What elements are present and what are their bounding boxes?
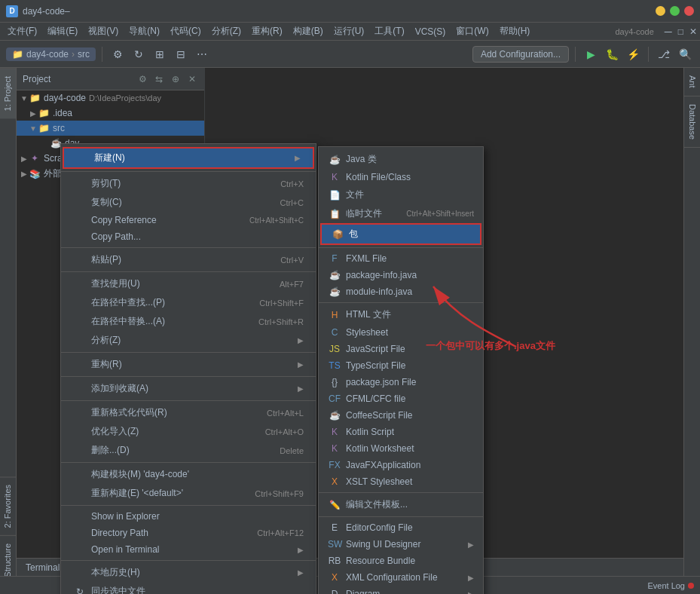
submenu-cfml[interactable]: CF CFML/CFC file [319,390,483,407]
scratch-icon: ✦ [29,152,41,164]
submenu-swing-ui[interactable]: SW Swing UI Designer ▶ [319,536,483,553]
ctx-sync[interactable]: ↻ 同步选中文件 [61,582,316,594]
menu-edit[interactable]: 编辑(E) [43,23,82,39]
tree-path-day4code: D:\IdeaProjects\day [89,93,161,103]
ctx-find-in-path[interactable]: 在路径中查找...(P) Ctrl+Shift+F [61,293,316,312]
submenu-pkg-json[interactable]: {} package.json File [319,374,483,390]
ctx-refactor[interactable]: 重构(R) ▶ [61,355,316,374]
ctx-analyze[interactable]: 分析(Z) ▶ [61,331,316,350]
menu-code[interactable]: 代码(C) [166,23,206,39]
submenu-file[interactable]: 📄 文件 [319,185,483,204]
menu-file[interactable]: 文件(F) [3,23,41,39]
sidebar-item-database[interactable]: Database [684,96,700,148]
toolbar-collapse[interactable]: ⊟ [172,45,190,63]
submenu-fxml[interactable]: F FXML File [319,250,483,267]
menu-build[interactable]: 构建(B) [289,23,328,39]
profile-button[interactable]: ⚡ [624,45,642,63]
submenu-edit-templates[interactable]: ✏️ 编辑文件模板... [319,495,483,514]
debug-button[interactable]: 🐛 [603,45,621,63]
ctx-cut[interactable]: 剪切(T) Ctrl+X [61,174,316,193]
tree-item-day4code[interactable]: ▼ 📁 day4-code D:\IdeaProjects\day [17,90,204,106]
submenu-package-info[interactable]: ☕ package-info.java [319,267,483,283]
menu-run[interactable]: 运行(U) [329,23,369,39]
submenu-scratch-file[interactable]: 📋 临时文件 Ctrl+Alt+Shift+Insert [319,204,483,223]
project-selector[interactable]: 📁 day4-code › src [6,47,96,61]
resource-bundle-icon: RB [328,556,341,566]
submenu-java-class[interactable]: ☕ Java 类 [319,150,483,169]
ctx-local-history[interactable]: 本地历史(H) ▶ [61,563,316,582]
ctx-new[interactable]: 新建(N) ▶ [64,148,313,167]
panel-expand-btn[interactable]: ⊕ [170,73,182,85]
submenu-coffee[interactable]: ☕ CoffeeScript File [319,407,483,424]
ctx-find-usages[interactable]: 查找使用(U) Alt+F7 [61,274,316,293]
toolbar-settings[interactable]: ⚙ [109,45,127,63]
ctx-delete[interactable]: 删除...(D) Delete [61,441,316,460]
ctx-paste[interactable]: 粘贴(P) Ctrl+V [61,250,316,269]
menu-analyze[interactable]: 分析(Z) [207,23,246,39]
toolbar-more[interactable]: ⋯ [193,45,211,63]
menu-view[interactable]: 视图(V) [84,23,123,39]
submenu-xml-config[interactable]: X XML Configuration File ▶ [319,569,483,586]
menu-vcs[interactable]: VCS(S) [411,25,451,38]
ctx-copy-reference[interactable]: Copy Reference Ctrl+Alt+Shift+C [61,212,316,228]
sidebar-item-favorites[interactable]: 2: Favorites [0,476,16,535]
submenu-kotlin-ws[interactable]: K Kotlin Worksheet [319,440,483,457]
close-btn[interactable] [684,6,694,16]
ctx-add-favorites[interactable]: 添加到收藏(A) ▶ [61,379,316,398]
search-everywhere[interactable]: 🔍 [676,45,694,63]
panel-header: Project ⚙ ⇆ ⊕ ✕ [17,68,204,90]
submenu-resource-bundle[interactable]: RB Resource Bundle [319,553,483,569]
add-config-button[interactable]: Add Configuration... [472,46,569,63]
submenu-kotlin-script[interactable]: K Kotlin Script [319,424,483,440]
library-icon: 📚 [29,168,41,180]
panel-sync-btn[interactable]: ⇆ [153,73,165,85]
ctx-copy-path[interactable]: Copy Path... [61,228,316,245]
ctx-open-terminal[interactable]: Open in Terminal ▶ [61,541,316,558]
submenu-module-info[interactable]: ☕ module-info.java [319,283,483,300]
toolbar-sep2 [575,47,576,62]
sidebar-item-ant[interactable]: Ant [684,68,700,96]
event-log-link[interactable]: Event Log [647,581,685,590]
tree-item-idea[interactable]: ▶ 📁 .idea [17,106,204,121]
ctx-show-explorer[interactable]: Show in Explorer [61,508,316,525]
panel-settings-btn[interactable]: ⚙ [136,73,148,85]
submenu-html[interactable]: H HTML 文件 [319,305,483,324]
sidebar-item-project[interactable]: 1: Project [0,68,16,118]
ctx-rebuild[interactable]: 重新构建(E) '<default>' Ctrl+Shift+F9 [61,484,316,503]
vcs-button[interactable]: ⎇ [655,45,673,63]
menu-help[interactable]: 帮助(H) [495,23,535,39]
submenu-package[interactable]: 📦 包 [322,225,480,243]
submenu-xslt[interactable]: X XSLT Stylesheet [319,473,483,490]
panel-close-btn[interactable]: ✕ [186,73,198,85]
submenu-js[interactable]: JS JavaScript File [319,341,483,357]
ctx-reformat[interactable]: 重新格式化代码(R) Ctrl+Alt+L [61,403,316,422]
restore-icon[interactable]: □ [678,26,683,37]
minimize-btn[interactable] [656,6,665,16]
window-title: day4-code [615,27,653,36]
menu-window[interactable]: 窗口(W) [451,23,493,39]
toolbar-expand[interactable]: ⊞ [151,45,169,63]
minimize-icon[interactable]: ─ [665,26,672,38]
ctx-sep2 [61,247,316,248]
run-button[interactable]: ▶ [582,45,600,63]
submenu-kotlin-file[interactable]: K Kotlin File/Class [319,169,483,185]
toolbar-sync[interactable]: ↻ [130,45,148,63]
submenu-ts[interactable]: TS TypeScript File [319,357,483,374]
ctx-sep9 [61,560,316,561]
menu-refactor[interactable]: 重构(R) [247,23,287,39]
tree-item-src[interactable]: ▼ 📁 src [17,121,204,136]
ctx-build-module[interactable]: 构建模块(M) 'day4-code' [61,465,316,484]
submenu-stylesheet[interactable]: C Stylesheet [319,324,483,341]
close-icon[interactable]: ✕ [689,26,697,37]
ctx-optimize-imports[interactable]: 优化导入(Z) Ctrl+Alt+O [61,422,316,441]
menu-tools[interactable]: 工具(T) [370,23,408,39]
ctx-replace-in-path[interactable]: 在路径中替换...(A) Ctrl+Shift+R [61,312,316,331]
menu-navigate[interactable]: 导航(N) [124,23,164,39]
ctx-copy[interactable]: 复制(C) Ctrl+C [61,193,316,212]
diagram-icon: D [328,589,341,594]
submenu-javafx[interactable]: FX JavaFXApplication [319,457,483,473]
ctx-directory-path[interactable]: Directory Path Ctrl+Alt+F12 [61,525,316,541]
maximize-btn[interactable] [670,6,680,16]
submenu-editorconfig[interactable]: E EditorConfig File [319,519,483,536]
submenu-diagram[interactable]: D Diagram ▶ [319,586,483,594]
